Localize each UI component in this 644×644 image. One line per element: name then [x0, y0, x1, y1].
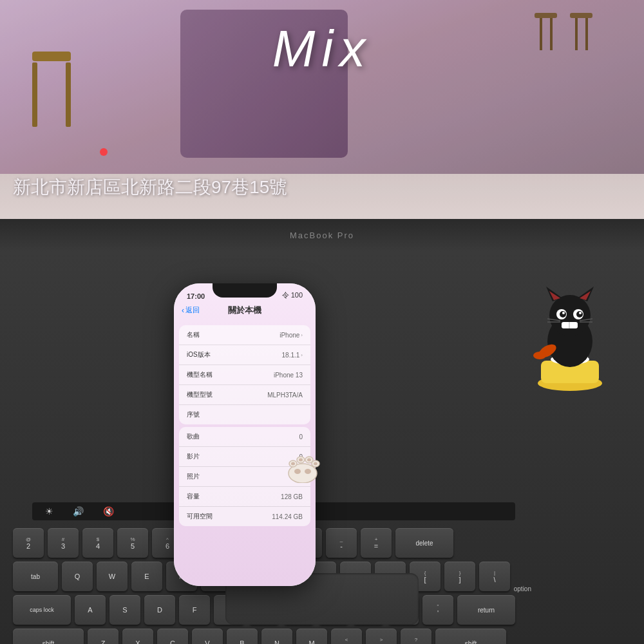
iphone-screen: 17:00 令 100 ‹ 返回 關於本機 名稱 iPhone › iOS版本: [174, 283, 316, 586]
key-shift-r[interactable]: shift: [435, 629, 506, 644]
key-n[interactable]: N: [261, 629, 292, 644]
key-e[interactable]: E: [131, 562, 162, 591]
key-lt[interactable]: <,: [331, 629, 362, 644]
key-x[interactable]: X: [122, 629, 153, 644]
key-plus[interactable]: +=: [361, 528, 392, 558]
svg-point-29: [562, 312, 565, 314]
settings-row-songs: 歌曲 0: [179, 427, 310, 447]
settings-label-model-name: 機型名稱: [187, 370, 213, 379]
red-dot-pin: [100, 148, 108, 156]
iphone-time: 17:00: [187, 292, 205, 300]
settings-label-available: 可用空間: [187, 512, 213, 521]
svg-point-10: [314, 462, 317, 466]
macbook-bezel: MacBook Pro: [0, 219, 644, 251]
settings-label-name: 名稱: [187, 330, 200, 339]
option-key-label: option: [514, 585, 531, 592]
key-hash[interactable]: #3: [48, 528, 79, 558]
iphone-page-title: 關於本機: [228, 305, 261, 316]
key-return[interactable]: return: [457, 595, 515, 625]
settings-label-songs: 歌曲: [187, 432, 200, 441]
iphone-notch: [213, 283, 277, 298]
macbook-label: MacBook Pro: [290, 231, 354, 240]
stool-left: [32, 52, 71, 155]
key-gt[interactable]: >.: [366, 629, 397, 644]
settings-value-model-name: iPhone 13: [274, 372, 303, 379]
settings-section-device: 名稱 iPhone › iOS版本 18.1.1 › 機型名稱 iPhone 1…: [179, 325, 310, 424]
key-m[interactable]: M: [296, 629, 327, 644]
key-percent[interactable]: %5: [117, 528, 148, 558]
key-dollar[interactable]: $4: [82, 528, 113, 558]
key-a[interactable]: A: [75, 595, 106, 625]
settings-row-model-name: 機型名稱 iPhone 13: [179, 365, 310, 385]
key-f[interactable]: F: [179, 595, 210, 625]
cat-figurine: [528, 283, 612, 393]
settings-value-ios: 18.1.1 ›: [282, 352, 303, 359]
svg-point-20: [549, 295, 591, 336]
back-label: 返回: [185, 305, 200, 315]
key-z[interactable]: Z: [88, 629, 118, 644]
settings-label-photos: 照片: [187, 472, 200, 481]
settings-label-model-number: 機型型號: [187, 390, 213, 399]
key-quote[interactable]: "': [422, 595, 453, 625]
stools-right: [535, 13, 592, 50]
mix-sign-text: Mix: [272, 19, 372, 79]
iphone-nav: ‹ 返回 關於本機: [174, 303, 316, 317]
settings-value-songs: 0: [299, 433, 303, 440]
laptop-screen: Mix 新北市新店區北新路二段97巷15號: [0, 0, 644, 238]
key-tab[interactable]: tab: [13, 562, 58, 591]
settings-row-model-number: 機型型號 MLPH3TA/A: [179, 385, 310, 405]
settings-value-name: iPhone ›: [279, 332, 303, 339]
settings-value-model-number: MLPH3TA/A: [267, 392, 303, 399]
settings-row-available: 可用空間 114.24 GB: [179, 507, 310, 526]
key-q[interactable]: Q: [62, 562, 93, 591]
settings-label-serial: 序號: [187, 410, 200, 419]
svg-point-7: [291, 462, 295, 466]
settings-label-capacity: 容量: [187, 492, 200, 501]
iphone-signal: 令 100: [282, 290, 303, 300]
svg-point-30: [579, 312, 582, 314]
svg-point-38: [533, 352, 546, 359]
settings-label-ios: iOS版本: [187, 350, 211, 359]
key-shift-l[interactable]: shift: [13, 629, 84, 644]
chevron-icon-ios: ›: [301, 352, 303, 358]
key-capslock[interactable]: caps lock: [13, 595, 71, 625]
key-at[interactable]: @2: [13, 528, 44, 558]
key-row-4: shift Z X C V B N M <, >. ?/ shift: [13, 629, 541, 644]
svg-point-2: [305, 469, 311, 474]
settings-row-ios[interactable]: iOS版本 18.1.1 ›: [179, 345, 310, 365]
iphone-settings-list: 名稱 iPhone › iOS版本 18.1.1 › 機型名稱 iPhone 1…: [174, 317, 316, 534]
key-w[interactable]: W: [97, 562, 128, 591]
back-chevron-icon: ‹: [182, 306, 184, 315]
key-delete[interactable]: delete: [395, 528, 453, 558]
key-d[interactable]: D: [144, 595, 175, 625]
key-c[interactable]: C: [157, 629, 188, 644]
cat-paw-sticker: [277, 451, 328, 483]
touchbar-vol-icon: 🔊: [73, 506, 84, 516]
key-b[interactable]: B: [227, 629, 258, 644]
key-s[interactable]: S: [109, 595, 140, 625]
svg-point-8: [299, 459, 303, 462]
svg-point-1: [294, 469, 301, 474]
settings-row-name[interactable]: 名稱 iPhone ›: [179, 325, 310, 345]
touchbar-brightness-icon: ☀: [45, 506, 53, 516]
settings-value-capacity: 128 GB: [281, 493, 303, 500]
chevron-icon: ›: [301, 332, 303, 338]
settings-label-videos: 影片: [187, 452, 200, 461]
touchbar-mute-icon: 🔇: [103, 506, 114, 516]
settings-row-capacity: 容量 128 GB: [179, 487, 310, 507]
iphone-back-button[interactable]: ‹ 返回: [182, 305, 200, 315]
key-rbrace[interactable]: }]: [444, 562, 475, 591]
settings-row-serial[interactable]: 序號: [179, 405, 310, 424]
svg-point-9: [307, 459, 311, 462]
key-pipe[interactable]: |\: [479, 562, 510, 591]
key-minus[interactable]: _-: [326, 528, 357, 558]
key-v[interactable]: V: [192, 629, 223, 644]
iphone: 17:00 令 100 ‹ 返回 關於本機 名稱 iPhone › iOS版本: [174, 283, 316, 586]
key-question[interactable]: ?/: [401, 629, 431, 644]
settings-value-available: 114.24 GB: [272, 513, 303, 520]
store-address: 新北市新店區北新路二段97巷15號: [13, 175, 287, 200]
